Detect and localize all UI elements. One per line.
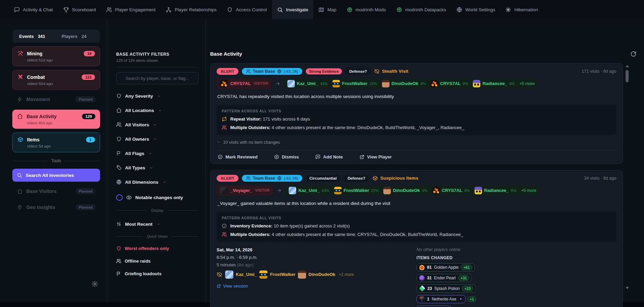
tab-player-engagement[interactable]: Player Engagement xyxy=(101,0,161,19)
search-all-inventories-button[interactable]: Search All Inventories xyxy=(12,169,100,182)
visitors-filter-dropdown[interactable]: All Visitors xyxy=(116,122,198,127)
no-other-players-note: No other players online xyxy=(416,247,616,252)
owners-chip: Kaz_Umi_43% FrostWalker22% DinoDudeOk9% … xyxy=(284,79,538,89)
dropdown-value: All Types xyxy=(125,165,145,170)
tab-activity-chat[interactable]: Activity & Chat xyxy=(9,0,58,19)
add-note-button[interactable]: Add Note xyxy=(315,154,343,159)
tab-hibernation[interactable]: Hibernation xyxy=(500,0,543,19)
notable-changes-toggle[interactable]: Notable changes only xyxy=(116,194,198,201)
sidebar-item-mining[interactable]: Mining 19 oldest 51d ago xyxy=(12,46,100,66)
more-players[interactable]: +2 more xyxy=(339,272,354,277)
users-icon xyxy=(246,176,251,181)
sort-dropdown[interactable]: Most Recent xyxy=(116,221,198,227)
filters-title: BASE ACTIVITY FILTERS xyxy=(116,52,198,57)
items-changed-title: ITEMS CHANGED xyxy=(416,255,616,260)
severity-filter-dropdown[interactable]: Any Severity xyxy=(116,93,198,99)
quick-view-worst-offenders[interactable]: Worst offenders only xyxy=(116,246,198,251)
quick-view-offline-raids[interactable]: Offline raids xyxy=(116,259,198,264)
owner-name: Kaz_Umi_ xyxy=(298,188,319,193)
player-avatar xyxy=(220,187,228,194)
top-nav: Activity & Chat Scoreboard Player Engage… xyxy=(0,0,644,19)
tab-map[interactable]: Map xyxy=(313,0,341,19)
session-player-name[interactable]: Kaz_Umi_ xyxy=(236,272,257,277)
session-player-name[interactable]: DinoDudeOk xyxy=(309,272,335,277)
pattern-title: PATTERN ACROSS ALL VISITS xyxy=(222,216,611,220)
shield-icon xyxy=(227,7,233,13)
more-owners[interactable]: +5 more xyxy=(521,188,536,193)
tab-world-settings[interactable]: World Settings xyxy=(451,0,501,19)
sparkle-icon xyxy=(459,297,463,301)
session-summary: Sat, Mar 14, 2026 6:54 p.m. - 6:59 p.m. … xyxy=(217,247,416,307)
dimensions-filter-dropdown[interactable]: All Dimensions xyxy=(116,179,198,185)
player-avatar xyxy=(332,80,340,87)
flags-filter-dropdown[interactable]: All Flags xyxy=(116,151,198,156)
tab-events[interactable]: Events341 xyxy=(19,34,45,39)
sidebar-item-base-activity[interactable]: Base Activity 129 oldest 46d ago xyxy=(12,110,100,129)
collapsed-visits-toggle[interactable]: 10 visits with no item changes xyxy=(217,140,616,145)
pattern-label: Repeat Visitor: xyxy=(230,116,262,122)
base-location-badge[interactable]: Team Base (-63, 26) xyxy=(242,175,302,182)
visitor-name: _Voyager_ xyxy=(230,188,252,193)
player-avatar xyxy=(289,187,296,194)
scrollbar-thumb[interactable] xyxy=(626,70,629,82)
view-session-link[interactable]: View session xyxy=(217,284,416,289)
tab-scoreboard[interactable]: Scoreboard xyxy=(58,0,101,19)
owner-entry[interactable]: FrostWalker22% xyxy=(332,80,377,87)
sidebar-item-items[interactable]: Items 1 oldest 5d ago xyxy=(12,132,100,152)
refresh-button[interactable] xyxy=(630,51,636,57)
owner-entry[interactable]: CRYS7AL8% xyxy=(432,187,470,194)
item-count: 1 xyxy=(427,297,429,302)
tab-label: Map xyxy=(327,7,336,12)
globe-icon xyxy=(116,179,122,185)
tab-investigate[interactable]: Investigate xyxy=(272,0,313,19)
owner-entry[interactable]: FrostWalker22% xyxy=(334,187,379,194)
item-name: Ender Pearl xyxy=(434,276,455,280)
scroll-down-arrow[interactable] xyxy=(626,287,629,289)
category-label: Movement xyxy=(26,97,50,102)
owners-filter-dropdown[interactable]: All Owners xyxy=(116,136,198,142)
dismiss-button[interactable]: Dismiss xyxy=(274,154,299,159)
cube-icon xyxy=(372,176,378,181)
session-player-name[interactable]: FrostWalker xyxy=(270,272,296,277)
settings-button[interactable] xyxy=(92,281,100,287)
owner-entry[interactable]: DinoDudeOk9% xyxy=(382,80,426,87)
item-change-splash-potion[interactable]: 23 Splash Potion +23 xyxy=(416,284,476,293)
quick-view-griefing-loadouts[interactable]: Griefing loadouts xyxy=(116,271,198,276)
defense-badge[interactable]: Defense? xyxy=(345,68,371,75)
owner-entry[interactable]: Kaz_Umi_43% xyxy=(287,80,328,87)
mark-reviewed-button[interactable]: Mark Reviewed xyxy=(218,154,258,159)
tab-player-relationships[interactable]: Player Relationships xyxy=(161,0,222,19)
owner-entry[interactable]: DinoDudeOk9% xyxy=(383,187,427,194)
owner-entry[interactable]: Kaz_Umi_43% xyxy=(289,187,329,194)
item-change-ender-pearl[interactable]: 31 Ender Pearl +31 xyxy=(416,274,472,282)
base-location-badge[interactable]: Team Base (-63, 26) xyxy=(242,68,302,75)
owner-entry[interactable]: Radiancee_8% xyxy=(473,80,515,87)
filters-count-text: 129 of 129 alerts shown xyxy=(116,58,198,62)
category-count-badge: 19 xyxy=(84,51,95,56)
view-player-button[interactable]: View Player xyxy=(359,154,392,159)
visitor-chip[interactable]: CRYS7AL VISITOR xyxy=(217,79,272,89)
dropdown-value: All Dimensions xyxy=(125,180,159,185)
locations-filter-dropdown[interactable]: All Locations xyxy=(116,108,198,113)
chevron-down-icon xyxy=(149,166,153,170)
tab-modrinth-datapacks[interactable]: modrinth Datapacks xyxy=(391,0,451,19)
tab-modrinth-mods[interactable]: modrinth Mods xyxy=(342,0,391,19)
visitor-chip[interactable]: _Voyager_ VISITOR xyxy=(217,185,273,196)
owner-entry[interactable]: CRYS7AL8% xyxy=(430,80,468,87)
tab-access-control[interactable]: Access Control xyxy=(222,0,272,19)
tab-players[interactable]: Players24 xyxy=(61,34,86,39)
sidebar-item-combat[interactable]: Combat 113 oldest 50d ago xyxy=(12,70,100,90)
scroll-up-arrow[interactable] xyxy=(626,65,629,67)
quick-view-label: Griefing loadouts xyxy=(125,271,162,276)
alert-card-stealth-visit: ALERT Team Base (-63, 26) Strong Evidenc… xyxy=(210,63,623,164)
users-icon xyxy=(116,122,122,127)
filter-search-input[interactable] xyxy=(116,72,198,84)
owner-entry[interactable]: Radiancee_8% xyxy=(475,187,516,194)
defense-badge[interactable]: Defense? xyxy=(344,175,369,182)
more-owners[interactable]: +5 more xyxy=(520,81,535,86)
item-change-golden-apple[interactable]: 61 Golden Apple +61 xyxy=(416,263,475,271)
item-change-trident[interactable]: 1 Trident xyxy=(416,306,452,307)
types-filter-dropdown[interactable]: All Types xyxy=(116,165,198,170)
scrollbar[interactable] xyxy=(625,65,629,289)
item-change-netherite-axe[interactable]: 1 Netherite Axe xyxy=(416,295,466,303)
